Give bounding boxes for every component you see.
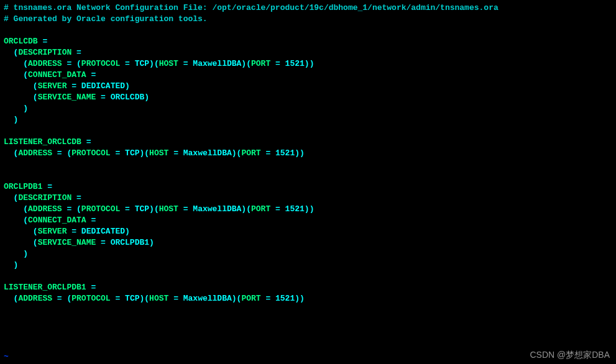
watermark: CSDN @梦想家DBA bbox=[530, 349, 610, 360]
entry-listener-orclcdb-name: LISTENER_ORCLCDB bbox=[4, 137, 81, 147]
config-file-content: # tnsnames.ora Network Configuration Fil… bbox=[4, 2, 612, 304]
entry-orclpdb1-name: ORCLPDB1 bbox=[4, 182, 42, 191]
entry-orclcdb-name: ORCLCDB bbox=[4, 37, 38, 46]
comment-line-2: # Generated by Oracle configuration tool… bbox=[4, 14, 208, 24]
comment-line-1: # tnsnames.ora Network Configuration Fil… bbox=[4, 3, 499, 12]
vim-tilde: ~ bbox=[4, 352, 9, 363]
entry-listener-orclpdb1-name: LISTENER_ORCLPDB1 bbox=[4, 283, 86, 292]
